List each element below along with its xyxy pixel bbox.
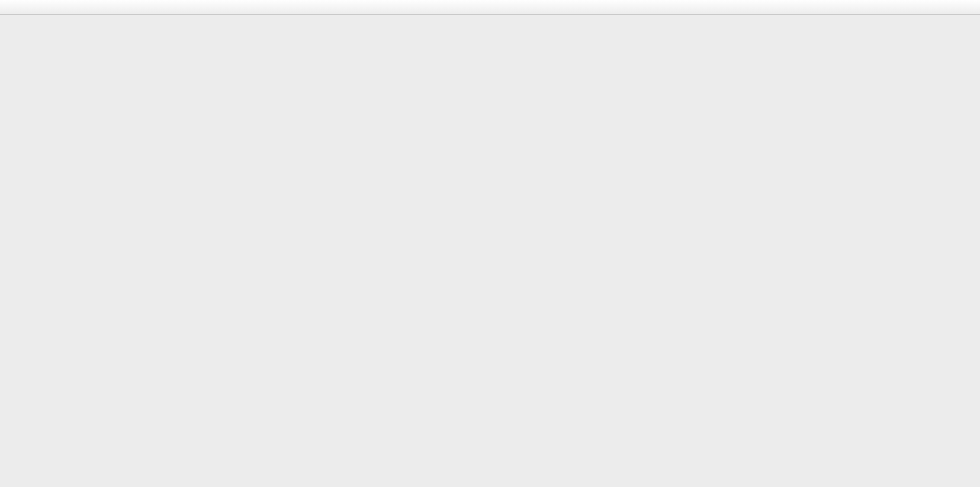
- toolbar: [0, 0, 980, 15]
- chart-window: [0, 15, 980, 487]
- terminal-window: [0, 0, 980, 487]
- chart-canvas[interactable]: [0, 15, 980, 487]
